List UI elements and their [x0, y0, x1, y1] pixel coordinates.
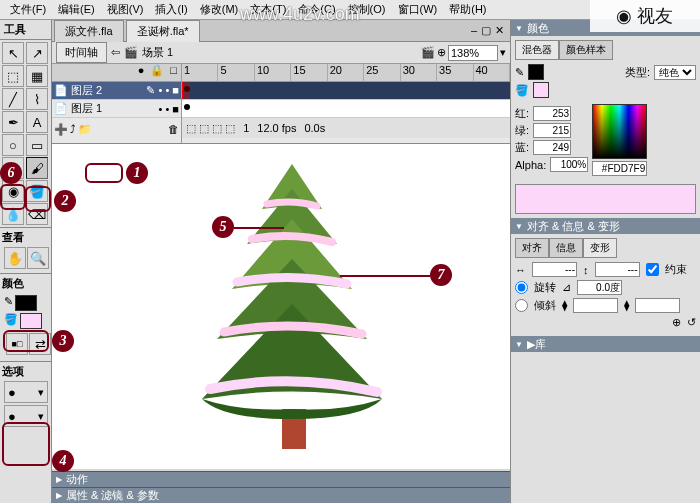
hex-input[interactable]	[592, 161, 647, 176]
layer-1-frames[interactable]	[182, 100, 510, 118]
christmas-tree-artwork	[182, 154, 402, 454]
menu-file[interactable]: 文件(F)	[4, 0, 52, 19]
height-input[interactable]	[595, 262, 640, 277]
maximize-icon[interactable]: ▢	[481, 24, 491, 37]
color-spectrum[interactable]	[592, 104, 647, 159]
mixer-tab[interactable]: 混色器	[515, 40, 559, 60]
selection-tool-icon[interactable]: ↖	[2, 42, 24, 64]
skew-label: 倾斜	[534, 298, 556, 313]
timeline-status: ⬚ ⬚ ⬚ ⬚ 1 12.0 fps 0.0s	[182, 118, 510, 138]
current-frame: 1	[243, 122, 249, 134]
rotate-radio[interactable]	[515, 281, 528, 294]
annotation-6: 6	[0, 162, 22, 184]
minimize-icon[interactable]: –	[471, 24, 477, 37]
fill-well[interactable]	[533, 82, 549, 98]
tab-source-file[interactable]: 源文件.fla	[54, 20, 124, 42]
menu-insert[interactable]: 插入(I)	[149, 0, 193, 19]
library-panel-header[interactable]: ▶ 库	[511, 336, 700, 352]
timeline-toggle-button[interactable]: 时间轴	[56, 42, 107, 63]
lock-icon[interactable]: 🔒	[150, 64, 164, 81]
brush-size-option[interactable]: ● ▾	[4, 381, 48, 403]
text-tool-icon[interactable]: A	[26, 111, 48, 133]
annotation-2: 2	[54, 190, 76, 212]
rotate-label: 旋转	[534, 280, 556, 295]
align-tab[interactable]: 对齐	[515, 238, 549, 258]
blue-input[interactable]	[533, 140, 571, 155]
rect-tool-icon[interactable]: ▭	[26, 134, 48, 156]
layer-2-name: 图层 2	[71, 83, 102, 98]
frame-ruler[interactable]: 1510152025303540	[182, 64, 510, 82]
zoom-tool-icon[interactable]: 🔍	[27, 247, 49, 269]
menu-edit[interactable]: 编辑(E)	[52, 0, 101, 19]
layer-1-row[interactable]: 📄图层 1 • • ■	[52, 100, 181, 118]
close-icon[interactable]: ✕	[495, 24, 504, 37]
hand-tool-icon[interactable]: ✋	[4, 247, 26, 269]
stroke-icon: ✎	[515, 66, 524, 79]
layer-2-row[interactable]: 📄图层 2 ✎ • • ■	[52, 82, 181, 100]
scene-name[interactable]: 场景 1	[142, 45, 173, 60]
stroke-color-well[interactable]	[15, 295, 37, 311]
lasso-tool-icon[interactable]: ⌇	[26, 88, 48, 110]
angle-input[interactable]	[577, 280, 622, 295]
time-display: 0.0s	[304, 122, 325, 134]
back-icon[interactable]: ⇦	[111, 46, 120, 59]
fill-color-well[interactable]	[20, 313, 42, 329]
site-logo: ◉ 视友	[590, 0, 700, 32]
reset-transform-icon[interactable]: ↺	[687, 316, 696, 329]
actions-panel-bar[interactable]: 动作	[52, 471, 510, 487]
subselection-tool-icon[interactable]: ↗	[26, 42, 48, 64]
scene-icon: 🎬	[124, 46, 138, 59]
stroke-well[interactable]	[528, 64, 544, 80]
tab-christmas-tree[interactable]: 圣诞树.fla*	[126, 20, 200, 42]
add-folder-icon[interactable]: 📁	[78, 123, 92, 136]
fill-type-select[interactable]: 纯色	[654, 65, 696, 80]
skew-v-input[interactable]	[635, 298, 680, 313]
menu-help[interactable]: 帮助(H)	[443, 0, 492, 19]
align-panel-header[interactable]: 对齐 & 信息 & 变形	[511, 218, 700, 234]
menu-view[interactable]: 视图(V)	[101, 0, 150, 19]
zoom-input[interactable]	[448, 45, 498, 61]
skew-radio[interactable]	[515, 299, 528, 312]
zoom-dropdown-icon[interactable]: ▾	[500, 46, 506, 59]
alpha-input[interactable]	[550, 157, 588, 172]
properties-panel-bar[interactable]: 属性 & 滤镜 & 参数	[52, 487, 510, 503]
pen-tool-icon[interactable]: ✒	[2, 111, 24, 133]
color-mixer-panel: 混色器 颜色样本 ✎ 类型: 纯色 🪣 红: 绿: 蓝: Alpha:	[511, 36, 700, 180]
edit-scene-icon[interactable]: 🎬	[421, 46, 435, 59]
brush-tool-icon[interactable]: 🖌	[26, 157, 48, 179]
layer-2-frames[interactable]	[182, 82, 510, 100]
add-guide-icon[interactable]: ⤴	[70, 123, 76, 135]
add-layer-icon[interactable]: ➕	[54, 123, 68, 136]
green-input[interactable]	[533, 123, 571, 138]
menu-window[interactable]: 窗口(W)	[392, 0, 444, 19]
stage-canvas[interactable]	[52, 144, 510, 469]
visibility-icon[interactable]: ●	[138, 64, 145, 81]
fps-display: 12.0 fps	[257, 122, 296, 134]
line-tool-icon[interactable]: ╱	[2, 88, 24, 110]
transform-tab[interactable]: 变形	[583, 238, 617, 258]
edit-symbol-icon[interactable]: ⊕	[437, 46, 446, 59]
annotation-4: 4	[52, 450, 74, 472]
skew-h-input[interactable]	[573, 298, 618, 313]
gradient-tool-icon[interactable]: ▦	[26, 65, 48, 87]
delete-layer-icon[interactable]: 🗑	[168, 123, 179, 135]
toolbox-title: 工具	[0, 20, 51, 40]
free-transform-tool-icon[interactable]: ⬚	[2, 65, 24, 87]
options-section-label: 选项	[2, 364, 49, 379]
menu-modify[interactable]: 修改(M)	[194, 0, 245, 19]
copy-transform-icon[interactable]: ⊕	[672, 316, 681, 329]
constrain-checkbox[interactable]	[646, 263, 659, 276]
annotation-7: 7	[430, 264, 452, 286]
oval-tool-icon[interactable]: ○	[2, 134, 24, 156]
layer-icon: 📄	[54, 84, 68, 97]
red-input[interactable]	[533, 106, 571, 121]
watermark-text: www.4u2v.com	[240, 4, 360, 25]
swatches-tab[interactable]: 颜色样本	[559, 40, 613, 60]
outline-icon[interactable]: □	[170, 64, 177, 81]
width-input[interactable]	[532, 262, 577, 277]
info-tab[interactable]: 信息	[549, 238, 583, 258]
view-section-label: 查看	[2, 230, 49, 245]
constrain-label: 约束	[665, 262, 687, 277]
color-preview-bar[interactable]	[515, 184, 696, 214]
timeline-header: 时间轴 ⇦ 🎬 场景 1 🎬 ⊕ ▾	[52, 42, 510, 64]
